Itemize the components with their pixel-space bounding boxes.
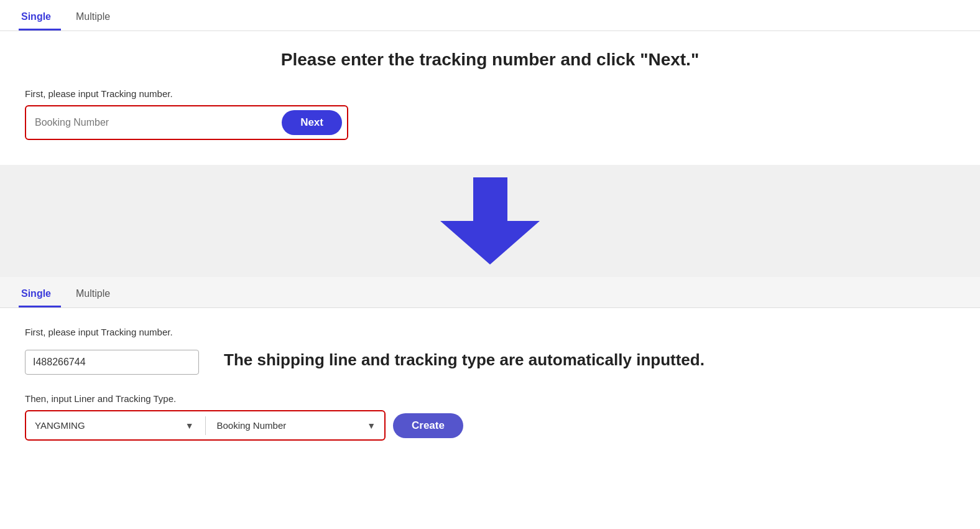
- tracking-type-select[interactable]: Booking Number Container Number BL Numbe…: [213, 415, 380, 436]
- create-button[interactable]: Create: [393, 413, 463, 438]
- tab-multiple-bottom[interactable]: Multiple: [73, 283, 120, 307]
- down-arrow-icon: [440, 177, 540, 264]
- bottom-form-area: First, please input Tracking number. The…: [0, 308, 980, 466]
- liner-select[interactable]: YANGMING EVERGREEN COSCO MSC MAERSK: [31, 415, 198, 436]
- arrow-section: [0, 165, 980, 277]
- bottom-tracking-label: First, please input Tracking number.: [25, 327, 955, 337]
- liner-label: Then, input Liner and Tracking Type.: [25, 393, 955, 404]
- tab-multiple-top[interactable]: Multiple: [73, 6, 120, 30]
- top-form-area: First, please input Tracking number. Nex…: [0, 82, 980, 165]
- tab-single-bottom[interactable]: Single: [19, 283, 61, 307]
- auto-input-note: The shipping line and tracking type are …: [224, 350, 705, 375]
- liner-input-row: YANGMING EVERGREEN COSCO MSC MAERSK ▼ Bo…: [25, 410, 386, 441]
- bottom-section: Single Multiple First, please input Trac…: [0, 277, 980, 495]
- bottom-inline-note: The shipping line and tracking type are …: [25, 350, 955, 375]
- booking-number-input[interactable]: [31, 115, 274, 131]
- top-tracking-label: First, please input Tracking number.: [25, 88, 955, 99]
- bottom-tabs-bar: Single Multiple: [0, 277, 980, 308]
- top-tabs-bar: Single Multiple: [0, 0, 980, 31]
- tab-single-top[interactable]: Single: [19, 6, 61, 30]
- top-section: Single Multiple Please enter the trackin…: [0, 0, 980, 165]
- liner-select-wrapper: YANGMING EVERGREEN COSCO MSC MAERSK ▼: [31, 415, 198, 436]
- top-input-row: Next: [25, 105, 348, 140]
- next-button[interactable]: Next: [282, 110, 342, 135]
- page-instruction: Please enter the tracking number and cli…: [0, 31, 980, 82]
- tracking-number-filled-input[interactable]: [25, 350, 199, 375]
- select-divider: [205, 416, 206, 435]
- type-select-wrapper: Booking Number Container Number BL Numbe…: [213, 415, 380, 436]
